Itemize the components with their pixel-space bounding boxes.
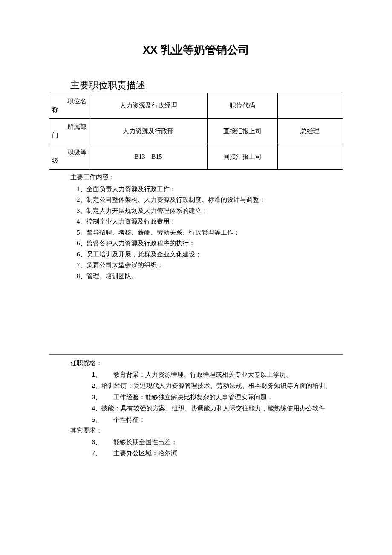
position-name-label-top: 职位名 — [51, 97, 87, 106]
list-item: 1、教育背景：人力资源管理、行政管理或相关专业大专以上学历。 — [92, 369, 343, 381]
qualifications-header: 任职资格： — [70, 358, 343, 369]
department-value: 人力资源及行政部 — [89, 119, 208, 144]
rank-label-top: 职级等 — [51, 148, 87, 157]
other-requirements-list: 6、能够长期全国性出差； 7、主要办公区域：哈尔滨 — [92, 436, 343, 459]
list-item: 3、工作经验：能够独立解决比拟复杂的人事管理实际问题， — [92, 392, 343, 403]
list-item: 2、培训经历：受过现代人力资源管理技术、劳动法规、根本财务知识等方面的培训。 — [92, 380, 343, 392]
list-item: 4、控制企业人力资源及行政费用； — [77, 216, 343, 227]
work-content-list: 1、全面负责人力资源及行政工作； 2、制定公司整体架构、人力资源及行政制度、标准… — [77, 184, 343, 282]
list-item: 6、员工培训及开展，党群及企业文化建设； — [77, 249, 343, 260]
list-item: 5、督导招聘、考核、薪酬、劳动关系、行政管理等工作； — [77, 227, 343, 238]
list-item: 3、制定人力开展规划及人力管理体系的建立； — [77, 206, 343, 217]
list-item: 6、监督各种人力资源及行政程序的执行； — [77, 238, 343, 249]
rank-label-bottom: 级 — [51, 157, 87, 166]
direct-report-label: 直接汇报上司 — [207, 119, 277, 144]
section-divider — [49, 354, 343, 355]
rank-value: B13—B15 — [89, 144, 208, 170]
list-item: 6、能够长期全国性出差； — [92, 436, 343, 448]
list-item: 1、全面负责人力资源及行政工作； — [77, 184, 343, 195]
document-subtitle: 主要职位职责描述 — [70, 79, 343, 92]
indirect-report-label: 间接汇报上司 — [207, 144, 277, 170]
list-item: 2、制定公司整体架构、人力资源及行政制度、标准的设计与调整； — [77, 195, 343, 206]
document-title: XX 乳业等奶管销公司 — [49, 43, 343, 58]
direct-report-value: 总经理 — [277, 119, 343, 144]
qualifications-list: 1、教育背景：人力资源管理、行政管理或相关专业大专以上学历。 2、培训经历：受过… — [92, 369, 343, 426]
position-name-value: 人力资源及行政经理 — [89, 93, 208, 119]
position-code-value — [277, 93, 343, 119]
department-label-top: 所属部 — [51, 123, 87, 131]
department-label-bottom: 门 — [51, 131, 87, 140]
position-name-label-bottom: 称 — [51, 106, 87, 114]
list-item: 5、个性特征： — [92, 414, 343, 426]
position-code-label: 职位代码 — [207, 93, 277, 119]
list-item: 7、主要办公区域：哈尔滨 — [92, 447, 343, 459]
work-content-header: 主要工作内容： — [70, 172, 343, 183]
other-requirements-header: 其它要求： — [70, 425, 343, 436]
table-row: 职级等 级 B13—B15 间接汇报上司 — [49, 144, 343, 170]
table-row: 职位名 称 人力资源及行政经理 职位代码 — [49, 93, 343, 119]
table-row: 所属部 门 人力资源及行政部 直接汇报上司 总经理 — [49, 119, 343, 144]
list-item: 8、管理、培训团队。 — [77, 271, 343, 282]
list-item: 4、技能：具有较强的方案、组织、协调能力和人际交往能力，能熟练使用办公软件 — [92, 403, 343, 414]
list-item: 7、负责公司大型会议的组织； — [77, 260, 343, 271]
indirect-report-value — [277, 144, 343, 170]
position-info-table: 职位名 称 人力资源及行政经理 职位代码 所属部 门 人力资源及行政部 直接汇报… — [49, 93, 343, 170]
